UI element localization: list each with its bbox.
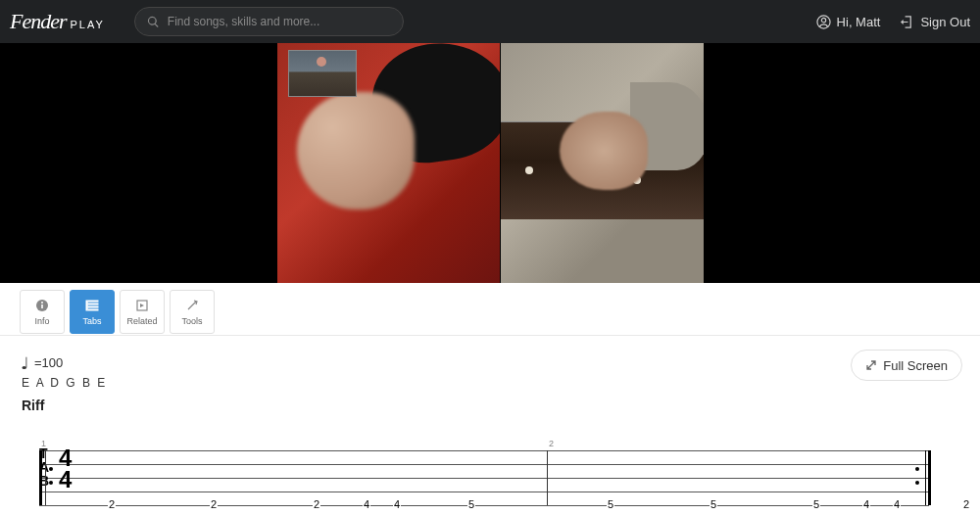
- logo-sub: PLAY: [71, 19, 105, 30]
- tab-fret-number: 4: [393, 498, 401, 510]
- fullscreen-icon: [865, 359, 877, 371]
- svg-rect-9: [88, 309, 98, 310]
- tab-fret-number: 2: [210, 498, 218, 510]
- barline: [45, 450, 46, 505]
- repeat-dot: [915, 481, 919, 485]
- tab-fret-number: 5: [467, 498, 475, 510]
- tab-fret-number: 2: [108, 498, 116, 510]
- tab-fret-number: 4: [363, 498, 370, 510]
- svg-point-1: [821, 18, 825, 22]
- tab-tabs[interactable]: Tabs: [70, 290, 115, 334]
- tab-tools[interactable]: Tools: [170, 290, 215, 334]
- tab-fret-number: 4: [893, 498, 901, 510]
- fullscreen-label: Full Screen: [883, 358, 948, 373]
- tab-info[interactable]: Info: [20, 290, 65, 334]
- search-input[interactable]: [168, 15, 391, 28]
- barline-start: [39, 450, 42, 505]
- search-icon: [147, 16, 160, 28]
- song-title: Riff: [22, 398, 958, 413]
- greeting-text: Hi, Matt: [837, 15, 881, 29]
- svg-rect-5: [86, 301, 87, 310]
- fullscreen-button[interactable]: Full Screen: [851, 350, 962, 381]
- section-tabs: Info Tabs Related Tools: [0, 283, 980, 335]
- svg-point-11: [22, 365, 26, 368]
- tuning: E A D G B E: [22, 376, 958, 390]
- svg-rect-3: [41, 304, 43, 308]
- tab-fret-number: 5: [607, 498, 614, 510]
- logo[interactable]: Fender PLAY: [10, 9, 105, 34]
- svg-rect-8: [88, 306, 98, 307]
- signout-button[interactable]: Sign Out: [900, 15, 970, 29]
- svg-rect-7: [88, 304, 98, 304]
- tempo: = 100: [22, 355, 958, 370]
- timesig-bot: 4: [59, 469, 70, 491]
- svg-point-4: [41, 302, 43, 304]
- tab-related[interactable]: Related: [120, 290, 165, 334]
- repeat-dot: [915, 467, 919, 471]
- tab-fret-number: 2: [962, 498, 970, 510]
- repeat-dot: [49, 481, 53, 485]
- tab-fret-number: 4: [862, 498, 870, 510]
- tab-related-label: Related: [126, 316, 157, 326]
- svg-rect-12: [26, 356, 27, 367]
- tools-icon: [185, 299, 199, 312]
- video-pane-fretboard: [500, 43, 703, 283]
- note-icon: [22, 356, 30, 370]
- measure-number: 1: [41, 439, 46, 448]
- repeat-dot: [49, 467, 53, 471]
- signout-text: Sign Out: [920, 15, 970, 29]
- tab-tools-label: Tools: [181, 316, 202, 326]
- user-greeting[interactable]: Hi, Matt: [816, 15, 881, 29]
- video-player[interactable]: [0, 43, 980, 283]
- tempo-bpm: 100: [42, 355, 64, 370]
- signout-icon: [900, 15, 914, 29]
- tab-fret-number: 5: [710, 498, 717, 510]
- logo-main: Fender: [10, 9, 67, 34]
- user-icon: [816, 15, 831, 29]
- tab-fret-number: 2: [313, 498, 320, 510]
- pip-instructor-view[interactable]: [288, 50, 357, 97]
- tab-content: Full Screen = 100 E A D G B E Riff TAB 4…: [0, 336, 980, 515]
- svg-rect-6: [88, 301, 98, 302]
- tab-fret-number: 5: [812, 498, 820, 510]
- tab-notation: TAB 4 4 12224452555442: [22, 450, 958, 515]
- tempo-prefix: =: [34, 355, 42, 370]
- barline-end: [925, 450, 931, 505]
- tab-info-label: Info: [34, 316, 49, 326]
- tabs-icon: [85, 299, 99, 312]
- header: Fender PLAY Hi, Matt Sign Out: [0, 0, 980, 43]
- barline: [547, 450, 548, 505]
- related-icon: [135, 299, 149, 312]
- measure-number: 2: [549, 439, 554, 448]
- search-box[interactable]: [134, 7, 404, 36]
- info-icon: [35, 299, 49, 312]
- tab-tabs-label: Tabs: [82, 316, 101, 326]
